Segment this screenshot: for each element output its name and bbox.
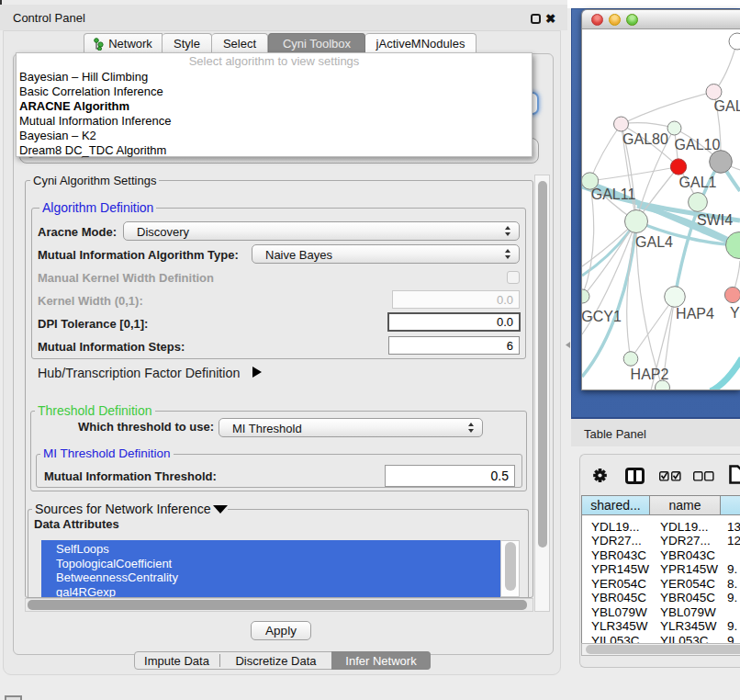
svg-text:GAL80: GAL80 [622,131,668,147]
svg-text:GAL11: GAL11 [591,186,636,202]
svg-text:GCY1: GCY1 [582,309,622,324]
svg-text:GAL1: GAL1 [679,175,717,190]
svg-text:HAP4: HAP4 [676,306,714,322]
svg-text:HAP2: HAP2 [631,367,669,382]
svg-text:GAL10: GAL10 [675,137,721,152]
svg-text:GAL7: GAL7 [714,98,740,114]
svg-text:GAL4: GAL4 [635,234,673,250]
svg-text:YC: YC [730,305,740,321]
svg-text:SWI4: SWI4 [697,212,733,228]
